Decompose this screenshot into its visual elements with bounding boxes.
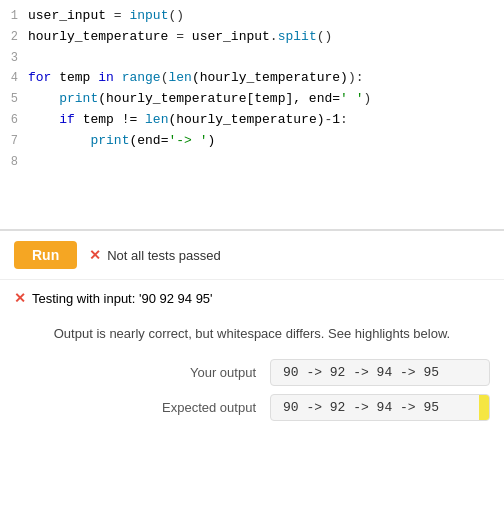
test-input-label: Testing with input: '90 92 94 95' (32, 291, 213, 306)
line-content-7: print(end='-> ') (28, 131, 504, 152)
expected-output-row: Expected output 90 -> 92 -> 94 -> 95 (14, 394, 490, 421)
line-number-4: 4 (0, 69, 28, 88)
your-output-label: Your output (146, 365, 256, 380)
code-line-6: 6 if temp != len(hourly_temperature)-1: (0, 110, 504, 131)
line-number-7: 7 (0, 132, 28, 151)
expected-output-label: Expected output (146, 400, 256, 415)
code-line-5: 5 print(hourly_temperature[temp], end=' … (0, 89, 504, 110)
test-info: ✕ Testing with input: '90 92 94 95' (0, 280, 504, 320)
code-line-2: 2 hourly_temperature = user_input.split(… (0, 27, 504, 48)
test-fail-icon: ✕ (14, 290, 26, 306)
line-number-2: 2 (0, 28, 28, 47)
line-content-4: for temp in range(len(hourly_temperature… (28, 68, 504, 89)
line-number-6: 6 (0, 111, 28, 130)
run-button[interactable]: Run (14, 241, 77, 269)
line-number-1: 1 (0, 7, 28, 26)
test-input-line: ✕ Testing with input: '90 92 94 95' (14, 290, 490, 306)
code-line-7: 7 print(end='-> ') (0, 131, 504, 152)
code-line-3: 3 (0, 48, 504, 69)
run-bar: Run ✕ Not all tests passed (0, 231, 504, 280)
code-line-4: 4 for temp in range(len(hourly_temperatu… (0, 68, 504, 89)
line-number-5: 5 (0, 90, 28, 109)
code-line-8: 8 (0, 152, 504, 173)
line-number-8: 8 (0, 153, 28, 172)
your-output-row: Your output 90 -> 92 -> 94 -> 95 (14, 359, 490, 386)
expected-output-value: 90 -> 92 -> 94 -> 95 (270, 394, 490, 421)
test-summary-label: Not all tests passed (107, 248, 220, 263)
line-number-3: 3 (0, 49, 28, 68)
fail-icon: ✕ (89, 247, 101, 263)
line-content-2: hourly_temperature = user_input.split() (28, 27, 504, 48)
line-content-1: user_input = input() (28, 6, 504, 27)
line-content-3 (28, 48, 504, 69)
line-content-5: print(hourly_temperature[temp], end=' ') (28, 89, 504, 110)
line-content-8 (28, 152, 504, 173)
expected-output-text: 90 -> 92 -> 94 -> 95 (283, 400, 439, 415)
bottom-panel: Run ✕ Not all tests passed ✕ Testing wit… (0, 231, 504, 439)
code-line-1: 1 user_input = input() (0, 6, 504, 27)
output-message: Output is nearly correct, but whitespace… (0, 320, 504, 347)
code-lines: 1 user_input = input() 2 hourly_temperat… (0, 0, 504, 178)
highlight-indicator (479, 395, 489, 420)
output-table: Your output 90 -> 92 -> 94 -> 95 Expecte… (0, 355, 504, 439)
code-editor[interactable]: 1 user_input = input() 2 hourly_temperat… (0, 0, 504, 230)
line-content-6: if temp != len(hourly_temperature)-1: (28, 110, 504, 131)
your-output-value: 90 -> 92 -> 94 -> 95 (270, 359, 490, 386)
test-result-summary: ✕ Not all tests passed (89, 247, 220, 263)
